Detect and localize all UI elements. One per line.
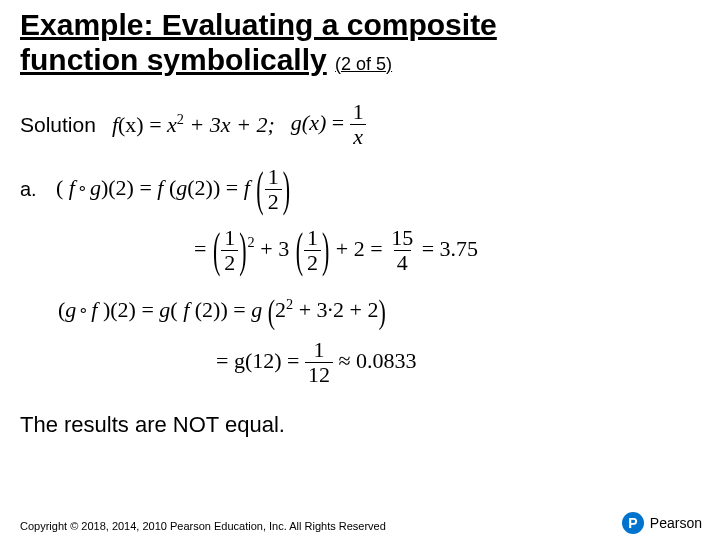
solution-row: Solution f(x) = x2 + 3x + 2; g(x) = 1x xyxy=(20,101,700,148)
part-a: a. ( f∘g)(2) = f (g(2)) = f (12) xyxy=(20,166,700,213)
fog-expression: ( f∘g)(2) = f (g(2)) = f (12) xyxy=(56,166,291,213)
pearson-icon: P xyxy=(622,512,644,534)
g-definition: g(x) = 1x xyxy=(291,101,367,148)
title-line1: Example: Evaluating a composite xyxy=(20,8,497,41)
conclusion-text: The results are NOT equal. xyxy=(20,412,700,438)
f-definition: f(x) = x2 + 3x + 2; xyxy=(112,111,275,138)
copyright-text: Copyright © 2018, 2014, 2010 Pearson Edu… xyxy=(20,520,386,532)
gof-evaluation: = g(12) = 112 ≈ 0.0833 xyxy=(216,339,700,386)
gof-expression: (g∘f )(2) = g( f (2)) = g (22 + 3·2 + 2) xyxy=(58,296,700,325)
brand-logo: P Pearson xyxy=(622,512,702,534)
title-pager: (2 of 5) xyxy=(335,54,392,74)
solution-label: Solution xyxy=(20,113,96,137)
title-line2: function symbolically xyxy=(20,43,327,76)
brand-name: Pearson xyxy=(650,515,702,531)
slide-title: Example: Evaluating a composite function… xyxy=(20,8,700,77)
part-a-label: a. xyxy=(20,178,42,201)
fog-evaluation: = (12)2 + 3 (12) + 2 = 154 = 3.75 xyxy=(194,227,700,274)
